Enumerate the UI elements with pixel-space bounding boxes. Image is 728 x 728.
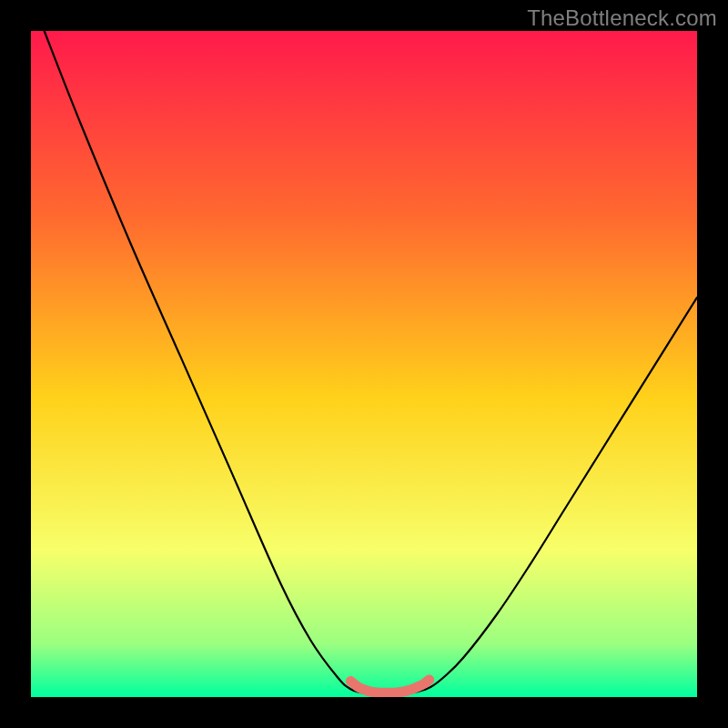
gradient-background	[31, 31, 697, 697]
attribution-label: TheBottleneck.com	[527, 5, 717, 31]
chart-frame: TheBottleneck.com	[0, 0, 728, 728]
bottleneck-chart	[31, 31, 697, 697]
plot-area	[31, 31, 697, 697]
